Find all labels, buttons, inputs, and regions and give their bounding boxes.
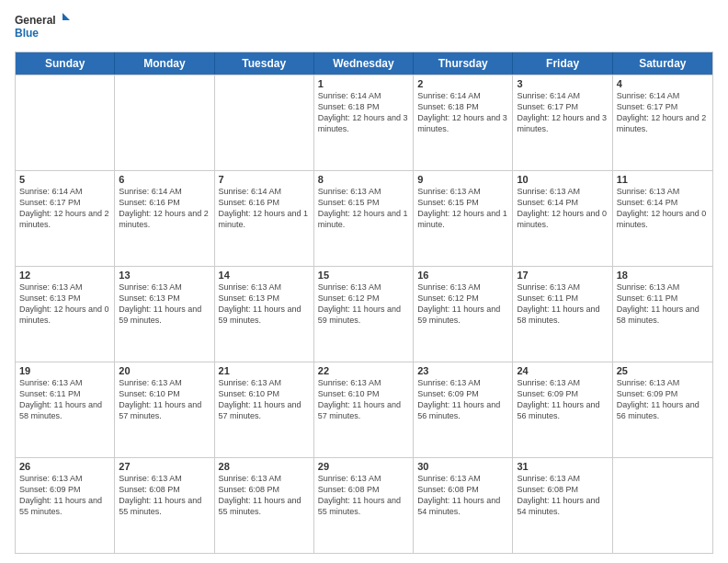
day-header-sunday: Sunday [16,52,115,75]
day-number: 23 [417,365,508,376]
day-info: Sunrise: 6:14 AM Sunset: 6:16 PM Dayligh… [219,186,310,231]
day-number: 16 [417,270,508,281]
day-number: 10 [517,174,608,185]
day-header-thursday: Thursday [414,52,513,75]
calendar-day-1: 1Sunrise: 6:14 AM Sunset: 6:18 PM Daylig… [314,75,414,170]
day-number: 29 [318,461,409,472]
calendar-day-22: 22Sunrise: 6:13 AM Sunset: 6:10 PM Dayli… [314,362,414,457]
day-info: Sunrise: 6:13 AM Sunset: 6:13 PM Dayligh… [19,282,110,327]
calendar-body: 1Sunrise: 6:14 AM Sunset: 6:18 PM Daylig… [16,75,712,553]
calendar-day-17: 17Sunrise: 6:13 AM Sunset: 6:11 PM Dayli… [513,267,612,362]
calendar-empty-cell [115,75,214,170]
day-info: Sunrise: 6:13 AM Sunset: 6:13 PM Dayligh… [119,282,210,327]
calendar-week-1: 1Sunrise: 6:14 AM Sunset: 6:18 PM Daylig… [16,75,712,170]
day-info: Sunrise: 6:13 AM Sunset: 6:14 PM Dayligh… [517,186,608,231]
day-number: 27 [119,461,210,472]
calendar-empty-cell [215,75,314,170]
day-info: Sunrise: 6:14 AM Sunset: 6:18 PM Dayligh… [318,90,409,135]
logo: General Blue [15,9,70,46]
svg-text:Blue: Blue [15,27,39,40]
day-info: Sunrise: 6:13 AM Sunset: 6:14 PM Dayligh… [617,186,709,231]
day-info: Sunrise: 6:14 AM Sunset: 6:18 PM Dayligh… [417,90,508,135]
day-info: Sunrise: 6:13 AM Sunset: 6:12 PM Dayligh… [417,282,508,327]
calendar-empty-cell [613,458,712,553]
day-info: Sunrise: 6:13 AM Sunset: 6:11 PM Dayligh… [517,282,608,327]
day-number: 6 [119,174,210,185]
calendar-week-5: 26Sunrise: 6:13 AM Sunset: 6:09 PM Dayli… [16,457,712,553]
day-info: Sunrise: 6:14 AM Sunset: 6:17 PM Dayligh… [19,186,110,231]
day-number: 31 [517,461,608,472]
calendar-day-21: 21Sunrise: 6:13 AM Sunset: 6:10 PM Dayli… [215,362,314,457]
day-header-friday: Friday [513,52,612,75]
day-number: 15 [318,270,409,281]
calendar-day-29: 29Sunrise: 6:13 AM Sunset: 6:08 PM Dayli… [314,458,414,553]
day-info: Sunrise: 6:13 AM Sunset: 6:08 PM Dayligh… [517,473,608,518]
calendar-day-30: 30Sunrise: 6:13 AM Sunset: 6:08 PM Dayli… [414,458,513,553]
day-number: 19 [19,365,110,376]
day-info: Sunrise: 6:13 AM Sunset: 6:08 PM Dayligh… [119,473,210,518]
day-number: 20 [119,365,210,376]
day-info: Sunrise: 6:13 AM Sunset: 6:09 PM Dayligh… [19,473,110,518]
logo-svg: General Blue [15,9,70,46]
day-number: 21 [219,365,310,376]
day-info: Sunrise: 6:13 AM Sunset: 6:08 PM Dayligh… [318,473,409,518]
calendar-day-3: 3Sunrise: 6:14 AM Sunset: 6:17 PM Daylig… [513,75,612,170]
day-info: Sunrise: 6:13 AM Sunset: 6:12 PM Dayligh… [318,282,409,327]
day-number: 7 [219,174,310,185]
calendar-day-9: 9Sunrise: 6:13 AM Sunset: 6:15 PM Daylig… [414,171,513,266]
day-number: 5 [19,174,110,185]
day-info: Sunrise: 6:13 AM Sunset: 6:13 PM Dayligh… [219,282,310,327]
day-number: 24 [517,365,608,376]
day-header-monday: Monday [115,52,214,75]
calendar-day-16: 16Sunrise: 6:13 AM Sunset: 6:12 PM Dayli… [414,267,513,362]
day-header-saturday: Saturday [613,52,712,75]
day-number: 17 [517,270,608,281]
calendar-day-11: 11Sunrise: 6:13 AM Sunset: 6:14 PM Dayli… [613,171,712,266]
day-number: 3 [517,78,608,89]
calendar-day-24: 24Sunrise: 6:13 AM Sunset: 6:09 PM Dayli… [513,362,612,457]
calendar-day-23: 23Sunrise: 6:13 AM Sunset: 6:09 PM Dayli… [414,362,513,457]
calendar-day-6: 6Sunrise: 6:14 AM Sunset: 6:16 PM Daylig… [115,171,214,266]
day-number: 13 [119,270,210,281]
svg-marker-2 [63,13,70,20]
calendar-day-20: 20Sunrise: 6:13 AM Sunset: 6:10 PM Dayli… [115,362,214,457]
calendar-day-2: 2Sunrise: 6:14 AM Sunset: 6:18 PM Daylig… [414,75,513,170]
calendar-day-10: 10Sunrise: 6:13 AM Sunset: 6:14 PM Dayli… [513,171,612,266]
day-number: 11 [617,174,709,185]
day-info: Sunrise: 6:13 AM Sunset: 6:11 PM Dayligh… [617,282,709,327]
day-info: Sunrise: 6:13 AM Sunset: 6:10 PM Dayligh… [318,377,409,422]
day-info: Sunrise: 6:14 AM Sunset: 6:17 PM Dayligh… [617,90,709,135]
calendar-day-31: 31Sunrise: 6:13 AM Sunset: 6:08 PM Dayli… [513,458,612,553]
calendar-week-4: 19Sunrise: 6:13 AM Sunset: 6:11 PM Dayli… [16,362,712,457]
day-info: Sunrise: 6:13 AM Sunset: 6:15 PM Dayligh… [318,186,409,231]
day-number: 30 [417,461,508,472]
calendar-day-14: 14Sunrise: 6:13 AM Sunset: 6:13 PM Dayli… [215,267,314,362]
day-header-tuesday: Tuesday [215,52,314,75]
day-number: 12 [19,270,110,281]
calendar-day-19: 19Sunrise: 6:13 AM Sunset: 6:11 PM Dayli… [16,362,115,457]
day-info: Sunrise: 6:14 AM Sunset: 6:17 PM Dayligh… [517,90,608,135]
calendar-day-7: 7Sunrise: 6:14 AM Sunset: 6:16 PM Daylig… [215,171,314,266]
day-number: 8 [318,174,409,185]
day-header-wednesday: Wednesday [314,52,414,75]
calendar-day-18: 18Sunrise: 6:13 AM Sunset: 6:11 PM Dayli… [613,267,712,362]
calendar-day-25: 25Sunrise: 6:13 AM Sunset: 6:09 PM Dayli… [613,362,712,457]
day-number: 28 [219,461,310,472]
day-info: Sunrise: 6:14 AM Sunset: 6:16 PM Dayligh… [119,186,210,231]
calendar: SundayMondayTuesdayWednesdayThursdayFrid… [15,52,713,554]
calendar-empty-cell [16,75,115,170]
day-number: 2 [417,78,508,89]
day-info: Sunrise: 6:13 AM Sunset: 6:09 PM Dayligh… [417,377,508,422]
calendar-day-26: 26Sunrise: 6:13 AM Sunset: 6:09 PM Dayli… [16,458,115,553]
calendar-header: SundayMondayTuesdayWednesdayThursdayFrid… [16,52,712,75]
calendar-day-5: 5Sunrise: 6:14 AM Sunset: 6:17 PM Daylig… [16,171,115,266]
calendar-day-4: 4Sunrise: 6:14 AM Sunset: 6:17 PM Daylig… [613,75,712,170]
calendar-day-13: 13Sunrise: 6:13 AM Sunset: 6:13 PM Dayli… [115,267,214,362]
day-info: Sunrise: 6:13 AM Sunset: 6:08 PM Dayligh… [417,473,508,518]
day-number: 4 [617,78,709,89]
day-number: 14 [219,270,310,281]
day-number: 18 [617,270,709,281]
svg-text:General: General [15,14,56,27]
day-info: Sunrise: 6:13 AM Sunset: 6:15 PM Dayligh… [417,186,508,231]
calendar-week-3: 12Sunrise: 6:13 AM Sunset: 6:13 PM Dayli… [16,266,712,362]
